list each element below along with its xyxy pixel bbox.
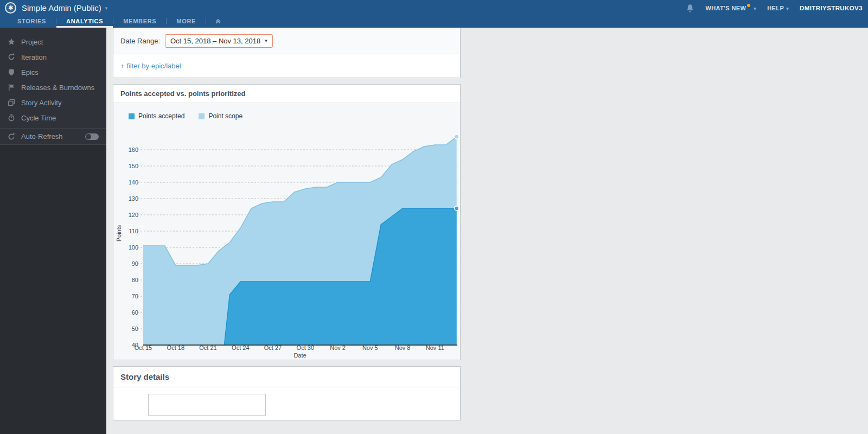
auto-refresh-label: Auto-Refresh (21, 132, 63, 141)
filter-row: + filter by epic/label (113, 54, 460, 78)
top-bar-row: ✱ Simple Admin (Public) ▾ WHAT'S NEW ▾ H… (0, 0, 868, 15)
tab-stories[interactable]: STORIES (8, 15, 56, 28)
svg-text:Oct 30: Oct 30 (297, 344, 314, 351)
whats-new-menu[interactable]: WHAT'S NEW ▾ (705, 5, 756, 11)
legend-swatch (199, 113, 205, 119)
sidebar-item-releases-burndowns[interactable]: Releases & Burndowns (0, 80, 106, 95)
burnup-area-chart: 405060708090100110120130140150160Oct 15O… (113, 103, 460, 360)
date-range-label: Date Range: (120, 37, 160, 45)
legend-label: Point scope (208, 112, 242, 120)
svg-text:Nov 5: Nov 5 (362, 344, 378, 351)
svg-text:70: 70 (132, 293, 138, 299)
sidebar-item-auto-refresh: Auto-Refresh (0, 128, 106, 144)
chart-card: Points accepted vs. points prioritized P… (113, 84, 461, 360)
legend-swatch (129, 113, 135, 119)
svg-text:100: 100 (129, 244, 138, 251)
chart-legend: Points acceptedPoint scope (129, 112, 242, 120)
svg-text:Oct 24: Oct 24 (232, 344, 249, 351)
svg-text:Nov 2: Nov 2 (330, 344, 346, 351)
date-range-value: Oct 15, 2018 – Nov 13, 2018 (170, 37, 260, 45)
sidebar-item-label: Project (21, 38, 43, 46)
sidebar-item-label: Iteration (21, 53, 47, 61)
bell-icon[interactable] (686, 4, 694, 12)
legend-label: Points accepted (138, 112, 184, 120)
date-range-select[interactable]: Oct 15, 2018 – Nov 13, 2018 ▾ (165, 34, 273, 48)
help-label: HELP (767, 5, 784, 11)
tab-more[interactable]: MORE (167, 15, 206, 28)
tab-members[interactable]: MEMBERS (113, 15, 166, 28)
story-details-card: Story details (113, 366, 461, 420)
chart-body: Points acceptedPoint scope 4050607080901… (113, 103, 460, 360)
sidebar-item-story-activity[interactable]: Story Activity (0, 95, 106, 110)
date-range-row: Date Range: Oct 15, 2018 – Nov 13, 2018 … (113, 28, 460, 54)
svg-text:140: 140 (129, 179, 138, 186)
svg-text:Oct 27: Oct 27 (264, 344, 282, 351)
svg-text:Date: Date (293, 352, 306, 359)
svg-text:Nov 8: Nov 8 (395, 344, 411, 351)
auto-refresh-toggle[interactable] (85, 133, 99, 140)
main-content: Burnup csv (106, 0, 868, 420)
top-bar: ✱ Simple Admin (Public) ▾ WHAT'S NEW ▾ H… (0, 0, 868, 28)
svg-text:Oct 15: Oct 15 (135, 344, 152, 351)
refresh-icon (8, 133, 21, 141)
logo-glyph: ✱ (8, 5, 13, 11)
sidebar-item-label: Releases & Burndowns (21, 84, 94, 92)
svg-text:Oct 21: Oct 21 (199, 344, 216, 351)
sidebar-item-cycle-time[interactable]: Cycle Time (0, 110, 106, 125)
sidebar-nav: ProjectIterationEpicsReleases & Burndown… (0, 28, 106, 125)
whats-new-label: WHAT'S NEW (705, 5, 746, 11)
project-title[interactable]: Simple Admin (Public) (22, 3, 101, 12)
svg-text:Points: Points (116, 225, 122, 241)
legend-entry: Point scope (199, 112, 242, 120)
sidebar-item-label: Cycle Time (21, 114, 56, 122)
stopwatch-icon (8, 114, 21, 122)
svg-text:Oct 18: Oct 18 (167, 344, 184, 351)
star-icon (8, 38, 21, 46)
select-caret-icon: ▾ (265, 38, 267, 43)
username-menu[interactable]: DMITRIYSTRUKOV3 (800, 5, 863, 11)
chart-card-header: Points accepted vs. points prioritized (113, 85, 460, 103)
pinwheel-logo-icon[interactable]: ✱ (5, 2, 16, 14)
story-details-header: Story details (113, 367, 460, 387)
iteration-loop-icon (8, 53, 21, 61)
svg-text:90: 90 (132, 260, 138, 267)
story-details-title: Story details (120, 372, 169, 381)
sidebar-item-project[interactable]: Project (0, 34, 106, 49)
svg-text:Nov 11: Nov 11 (426, 344, 444, 351)
story-details-body (113, 387, 460, 420)
tab-analytics[interactable]: ANALYTICS (56, 15, 113, 28)
svg-text:50: 50 (132, 326, 138, 332)
sidebar-item-epics[interactable]: Epics (0, 65, 106, 80)
svg-text:60: 60 (132, 309, 138, 316)
svg-text:120: 120 (129, 212, 138, 218)
svg-text:130: 130 (129, 195, 138, 202)
help-menu[interactable]: HELP ▾ (767, 5, 789, 11)
sidebar-item-label: Epics (21, 68, 39, 76)
flag-icon (8, 84, 21, 91)
collapse-header-button[interactable] (206, 15, 230, 28)
pages-icon (8, 99, 21, 106)
sidebar-item-iteration[interactable]: Iteration (0, 49, 106, 65)
sidebar-item-label: Story Activity (21, 99, 61, 107)
legend-entry: Points accepted (129, 112, 184, 120)
whats-new-notification-dot (747, 4, 750, 7)
story-details-filter-select[interactable] (148, 394, 266, 416)
sidebar-filler (0, 144, 106, 434)
help-caret-icon: ▾ (786, 6, 789, 11)
svg-text:110: 110 (129, 228, 138, 234)
filter-by-epic-label-link[interactable]: + filter by epic/label (120, 62, 181, 70)
analytics-sidebar: ProjectIterationEpicsReleases & Burndown… (0, 28, 106, 434)
svg-text:150: 150 (129, 163, 138, 169)
svg-text:80: 80 (132, 277, 138, 283)
main-nav-tabs: STORIESANALYTICSMEMBERSMORE (0, 15, 868, 28)
project-caret-icon[interactable]: ▾ (105, 5, 108, 11)
shield-icon (8, 68, 21, 76)
svg-text:160: 160 (129, 146, 138, 153)
chart-title: Points accepted vs. points prioritized (120, 90, 245, 98)
collapse-double-chevron-icon (215, 18, 221, 24)
toggle-knob (86, 134, 91, 139)
whats-new-caret-icon: ▾ (754, 6, 756, 11)
